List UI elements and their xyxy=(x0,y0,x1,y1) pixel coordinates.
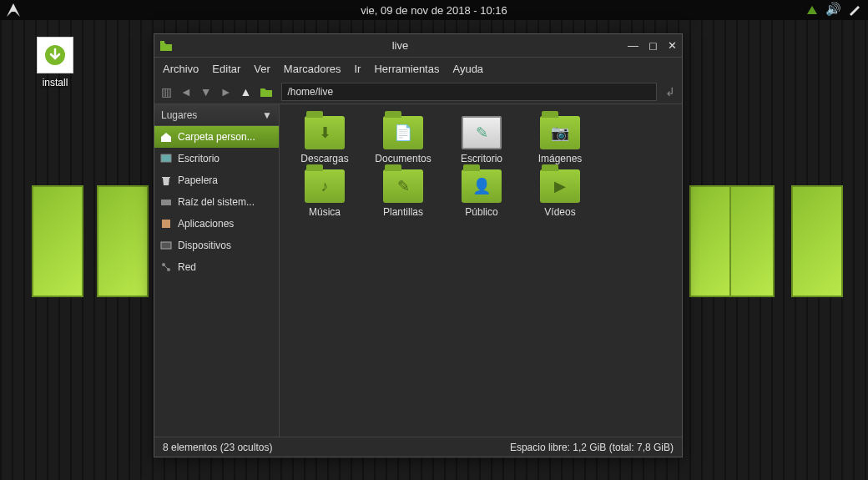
folder-view[interactable]: ⬇ Descargas 📄 Documentos ✎ Escritorio 📷 … xyxy=(280,104,682,437)
folder-label: Plantillas xyxy=(365,206,442,218)
volume-icon[interactable]: 🔊 xyxy=(825,2,841,17)
sidebar-item-trash[interactable]: Papelera xyxy=(154,169,279,191)
home-folder-icon[interactable] xyxy=(260,86,273,98)
sidebar-item-label: Papelera xyxy=(178,174,218,186)
folder-label: Público xyxy=(443,206,520,218)
sidebar-item-label: Escritorio xyxy=(178,153,220,164)
wallpaper-decoration xyxy=(729,185,775,297)
download-glyph-icon: ⬇ xyxy=(305,116,345,149)
sidebar-item-home[interactable]: Carpeta person... xyxy=(154,126,279,148)
svg-rect-4 xyxy=(161,242,171,249)
svg-rect-3 xyxy=(162,220,170,228)
sidebar-item-network[interactable]: Red xyxy=(154,256,279,278)
svg-line-7 xyxy=(164,265,168,269)
devices-icon xyxy=(159,239,173,252)
video-glyph-icon: ▶ xyxy=(540,169,580,203)
desktop-icon-install[interactable]: install xyxy=(32,37,78,88)
brush-icon[interactable] xyxy=(848,3,861,16)
sidebar-item-label: Red xyxy=(178,261,196,273)
desktop-icon xyxy=(159,152,173,165)
top-panel: vie, 09 de nov de 2018 - 10:16 🔊 xyxy=(0,0,868,20)
sidebar-item-applications[interactable]: Aplicaciones xyxy=(154,213,279,235)
up-button[interactable]: ▲ xyxy=(240,85,252,99)
statusbar: 8 elementos (23 ocultos) Espacio libre: … xyxy=(154,437,682,457)
music-glyph-icon: ♪ xyxy=(305,169,345,203)
folder-plantillas[interactable]: ✎ Plantillas xyxy=(365,169,442,218)
sidebar-header-label: Lugares xyxy=(161,109,197,121)
window-title: live xyxy=(178,39,623,52)
window-folder-icon xyxy=(159,40,173,52)
path-input[interactable]: /home/live xyxy=(281,83,657,101)
go-button[interactable]: ↲ xyxy=(665,85,675,99)
folder-icon: 📷 xyxy=(540,116,580,149)
chevron-down-icon: ▼ xyxy=(262,109,272,121)
menu-editar[interactable]: Editar xyxy=(212,63,240,75)
close-button[interactable]: ✕ xyxy=(668,39,677,52)
folder-icon: ♪ xyxy=(305,169,345,203)
desktop-glyph-icon: ✎ xyxy=(463,118,500,148)
install-icon xyxy=(37,37,73,73)
titlebar[interactable]: live — ◻ ✕ xyxy=(154,34,682,58)
sidebar-item-label: Carpeta person... xyxy=(178,131,255,143)
desktop-folder-icon: ✎ xyxy=(462,116,502,149)
sidebar-item-devices[interactable]: Dispositivos xyxy=(154,235,279,256)
svg-rect-2 xyxy=(161,200,171,205)
document-glyph-icon: 📄 xyxy=(383,116,423,149)
sidebar-toggle-icon[interactable]: ▥ xyxy=(161,85,172,99)
wallpaper-decoration xyxy=(97,185,149,297)
wallpaper-decoration xyxy=(791,185,843,297)
network-icon[interactable] xyxy=(805,3,819,16)
toolbar: ▥ ◄ ▼ ► ▲ /home/live ↲ xyxy=(154,79,682,104)
folder-icon: 📄 xyxy=(383,116,423,149)
menu-archivo[interactable]: Archivo xyxy=(163,63,199,75)
network-icon xyxy=(159,260,173,274)
path-text: /home/live xyxy=(287,86,333,98)
sidebar-header[interactable]: Lugares ▼ xyxy=(154,104,279,126)
svg-rect-1 xyxy=(161,154,171,162)
distro-logo-icon[interactable] xyxy=(5,2,22,18)
file-manager-window: live — ◻ ✕ Archivo Editar Ver Marcadores… xyxy=(154,33,683,457)
folder-icon: ✎ xyxy=(383,169,423,203)
public-glyph-icon: 👤 xyxy=(462,169,502,203)
menu-ver[interactable]: Ver xyxy=(254,63,270,75)
trash-icon xyxy=(159,174,173,187)
folder-label: Escritorio xyxy=(443,153,520,164)
wallpaper-decoration xyxy=(32,185,83,297)
sidebar-item-label: Dispositivos xyxy=(178,240,231,251)
folder-videos[interactable]: ▶ Vídeos xyxy=(522,169,598,218)
system-tray: 🔊 xyxy=(805,2,861,17)
folder-publico[interactable]: 👤 Público xyxy=(443,169,520,218)
forward-button[interactable]: ► xyxy=(220,85,232,99)
menu-ayuda[interactable]: Ayuda xyxy=(452,63,483,75)
folder-musica[interactable]: ♪ Música xyxy=(286,169,363,218)
sidebar-item-label: Raíz del sistem... xyxy=(178,196,255,208)
disk-icon xyxy=(159,195,173,209)
sidebar: Lugares ▼ Carpeta person... Escritorio P… xyxy=(154,104,280,437)
folder-documentos[interactable]: 📄 Documentos xyxy=(365,116,442,164)
menu-ir[interactable]: Ir xyxy=(354,63,361,75)
menu-herramientas[interactable]: Herramientas xyxy=(374,63,439,75)
panel-clock[interactable]: vie, 09 de nov de 2018 - 10:16 xyxy=(361,4,507,17)
folder-icon: ⬇ xyxy=(305,116,345,149)
sidebar-item-filesystem[interactable]: Raíz del sistem... xyxy=(154,191,279,213)
folder-escritorio[interactable]: ✎ Escritorio xyxy=(443,116,520,164)
sidebar-item-desktop[interactable]: Escritorio xyxy=(154,148,279,169)
apps-icon xyxy=(159,217,173,230)
back-button[interactable]: ◄ xyxy=(180,85,192,99)
minimize-button[interactable]: — xyxy=(628,39,638,52)
status-right: Espacio libre: 1,2 GiB (total: 7,8 GiB) xyxy=(510,442,674,453)
folder-label: Música xyxy=(286,206,363,218)
folder-label: Descargas xyxy=(286,153,363,164)
folder-label: Imágenes xyxy=(522,153,598,164)
image-glyph-icon: 📷 xyxy=(540,116,580,149)
folder-icon: 👤 xyxy=(462,169,502,203)
menubar: Archivo Editar Ver Marcadores Ir Herrami… xyxy=(154,58,682,79)
menu-marcadores[interactable]: Marcadores xyxy=(284,63,341,75)
folder-icon: ▶ xyxy=(540,169,580,203)
maximize-button[interactable]: ◻ xyxy=(648,39,658,52)
templates-glyph-icon: ✎ xyxy=(383,169,423,203)
folder-label: Vídeos xyxy=(522,206,598,218)
folder-imagenes[interactable]: 📷 Imágenes xyxy=(522,116,598,164)
history-dropdown-icon[interactable]: ▼ xyxy=(200,85,212,99)
folder-descargas[interactable]: ⬇ Descargas xyxy=(286,116,363,164)
